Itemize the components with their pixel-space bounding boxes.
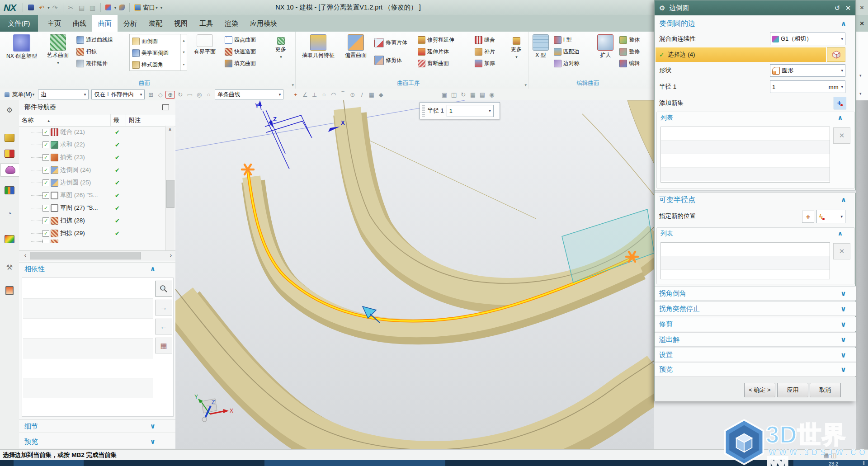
edit-surface-button[interactable]: 编辑	[617, 57, 652, 69]
corner-chamfer-section[interactable]: 拐角倒角 ∨	[655, 286, 856, 301]
reuse-library-button[interactable]	[3, 184, 16, 197]
expand-icon[interactable]: ∨	[840, 320, 846, 329]
snap-intersection-icon[interactable]: /	[358, 91, 366, 98]
feature-checkbox[interactable]: ✓	[42, 192, 49, 199]
snap-endpoint-icon[interactable]: +	[291, 91, 300, 98]
cancel-button[interactable]: 取消	[810, 383, 841, 397]
tree-horizontal-scrollbar[interactable]: ‹ ›	[19, 250, 175, 260]
column-header-comment[interactable]: 附注	[126, 114, 164, 126]
feature-checkbox[interactable]: ✓	[42, 129, 49, 136]
expand-icon[interactable]: ∨	[840, 335, 846, 344]
cut-button[interactable]: ✂	[66, 3, 76, 13]
untrim-button[interactable]: 剪断曲面	[415, 57, 472, 69]
expand-icon[interactable]: ∨	[840, 305, 846, 313]
offset-surface-button[interactable]: 偏置曲面	[340, 33, 372, 58]
collapse-icon[interactable]: ∧	[838, 114, 843, 121]
bounded-plane-button[interactable]: 有界平面	[187, 33, 222, 55]
panel-close-button[interactable]: ✕	[856, 15, 868, 32]
radius1-input[interactable]: 1 mm ▾	[770, 80, 845, 93]
shape-combo[interactable]: 圆形 ▾	[770, 64, 845, 77]
tools-palette-button[interactable]: ⚒	[3, 261, 16, 273]
sew-button[interactable]: 缝合	[472, 34, 507, 46]
taskbar-segment[interactable]	[14, 460, 84, 466]
rotate-view-icon[interactable]: ↻	[176, 91, 184, 98]
face-blend-button[interactable]: 面倒圆	[130, 35, 180, 47]
gallery-down-icon[interactable]: ▾	[183, 50, 184, 54]
studio-surface-dropdown-icon[interactable]: ▾	[57, 60, 59, 66]
undock-panel-icon[interactable]	[162, 104, 169, 110]
status-tray-icon[interactable]: ◫	[831, 452, 836, 459]
x-form-button[interactable]: X 型	[530, 33, 552, 58]
sort-ascending-icon[interactable]: ▲	[47, 119, 51, 123]
operations-more-button[interactable]: 更多 ▾	[507, 33, 526, 60]
process-studio-button[interactable]	[3, 233, 16, 245]
tree-row[interactable]: ✓ 草图 (27) "S... ✔	[19, 202, 165, 214]
patch-button[interactable]: 补片	[472, 46, 507, 57]
scrollbar-thumb[interactable]	[166, 180, 175, 208]
corner-stop-section[interactable]: 拐角突然停止 ∨	[655, 301, 856, 316]
tab-application[interactable]: 应用模块	[244, 15, 283, 32]
overflow-section[interactable]: 溢出解 ∨	[655, 332, 856, 347]
selection-scope-combo[interactable]: 仅在工作部件内 ▾	[91, 89, 145, 99]
extract-geometry-button[interactable]: 抽取几何特征	[297, 33, 340, 58]
dialog-reset-button[interactable]: ↺	[832, 4, 843, 12]
window-close-button[interactable]: ✕	[856, 0, 868, 15]
preview-section-header[interactable]: 预览 ∨	[19, 435, 175, 448]
rapid-surfacing-button[interactable]: 快速造面	[222, 46, 271, 57]
sweep-button[interactable]: 扫掠	[74, 46, 129, 57]
tab-home[interactable]: 主页	[42, 15, 67, 32]
history-button[interactable]: ◔	[3, 207, 16, 220]
dependencies-section-header[interactable]: 相依性 ∧	[19, 262, 175, 275]
select-solid-face-button[interactable]	[827, 47, 845, 62]
operations-more-dropdown-icon[interactable]: ▾	[515, 54, 518, 60]
trim-and-extend-button[interactable]: 修剪和延伸	[415, 34, 472, 46]
curve-rule-combo[interactable]: 单条曲线 ▾	[215, 89, 283, 99]
radius-unit[interactable]: mm	[829, 84, 839, 90]
match-edge-button[interactable]: 匹配边	[552, 46, 594, 57]
select-feature-icon[interactable]: ◇	[156, 91, 165, 98]
scroll-up-icon[interactable]: ∧	[165, 126, 175, 133]
dropdown-icon[interactable]: ▾	[840, 214, 843, 219]
view-layers-icon[interactable]: ▤	[478, 91, 486, 98]
enlarge-button[interactable]: 扩大	[594, 33, 617, 58]
feature-checkbox[interactable]: ✓	[42, 154, 49, 161]
dialog-title-bar[interactable]: ⚙ 边倒圆 ↺ ✕	[655, 0, 855, 15]
global-shaping-button[interactable]: 整体	[617, 34, 652, 46]
tree-row[interactable]: ✓ 草图 (26) "S... ✔	[19, 189, 165, 202]
part-navigator-button[interactable]	[0, 163, 19, 177]
brush-button[interactable]	[117, 3, 127, 13]
continuity-combo[interactable]: G1（相切） ▾	[770, 33, 845, 45]
snap-tangent-icon[interactable]: ⌒	[339, 90, 347, 99]
scrollbar-thumb[interactable]	[30, 252, 141, 259]
tree-row-partial[interactable]	[19, 240, 165, 243]
preview-section[interactable]: 预览 ∨	[655, 362, 856, 376]
tree-row[interactable]: ✓ 求和 (22) ✔	[19, 138, 165, 151]
i-form-button[interactable]: I 型	[552, 34, 594, 46]
dependencies-forward-button[interactable]: →	[155, 300, 172, 315]
tree-vertical-scrollbar[interactable]: ∧ ∨	[165, 126, 175, 259]
dependencies-list[interactable]	[23, 279, 153, 414]
aesthetic-face-blend-button[interactable]: 美学面倒圆	[130, 47, 180, 59]
menu-button[interactable]: 菜单(M)	[12, 91, 32, 99]
toolbar-grip[interactable]	[422, 105, 425, 117]
feature-checkbox[interactable]: ✓	[42, 205, 49, 212]
collapse-icon[interactable]: ∧	[150, 265, 156, 273]
select-edge-row[interactable]: ✓ 选择边 (4)	[656, 47, 826, 62]
expand-icon[interactable]: ∨	[840, 289, 846, 298]
snap-arc-icon[interactable]: ◠	[329, 91, 338, 98]
scroll-right-icon[interactable]: ›	[166, 251, 175, 260]
windows-taskbar[interactable]: 23:2	[0, 460, 868, 466]
tab-tools[interactable]: 工具	[193, 15, 219, 32]
nx-realize-shape-button[interactable]: NX 创意塑型	[2, 33, 42, 59]
through-curve-mesh-button[interactable]: 通过曲线组	[74, 34, 129, 46]
snap-grid-icon[interactable]: ▦	[367, 91, 376, 98]
snap-center-icon[interactable]: ⊙	[348, 91, 357, 98]
add-new-set-button[interactable]: +	[834, 97, 846, 109]
dependencies-back-button[interactable]: ←	[155, 319, 172, 334]
collapse-icon[interactable]: ∧	[841, 19, 846, 28]
undo-button[interactable]: ↶	[37, 3, 47, 13]
surface-more-button[interactable]: 更多 ▾	[271, 33, 290, 60]
specify-point-button[interactable]: +	[802, 211, 814, 223]
gallery-up-icon[interactable]: ▴	[183, 38, 184, 42]
radius-dropdown-icon[interactable]: ▾	[489, 108, 491, 113]
